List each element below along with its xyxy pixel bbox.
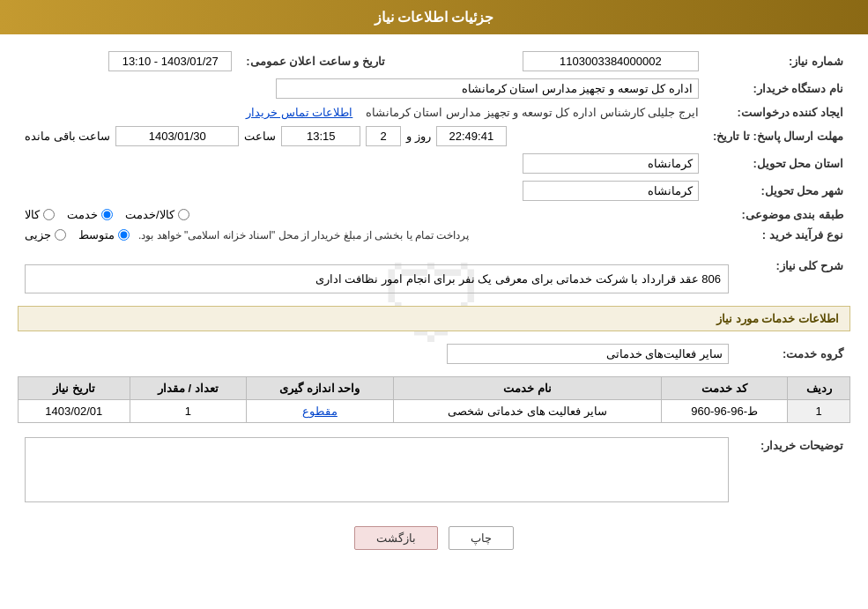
reply-time-label: ساعت [244, 130, 276, 143]
cell-service-code: ط-96-96-960 [662, 400, 788, 423]
services-section-header: اطلاعات خدمات مورد نیاز [18, 306, 850, 331]
services-table: ردیف کد خدمت نام خدمت واحد اندازه گیری ت… [18, 376, 850, 423]
announce-date-label: تاریخ و ساعت اعلان عمومی: [239, 48, 399, 75]
category-kala-khedmat-label: کالا/خدمت [125, 208, 174, 221]
need-description-box: 806 عقد قرارداد با شرکت خدماتی برای معرف… [25, 264, 729, 293]
delivery-city-value: کرمانشاه [523, 181, 699, 201]
reply-date-value: 1403/01/30 [115, 126, 239, 146]
delivery-province-value: کرمانشاه [523, 153, 699, 174]
category-khedmat-label: خدمت [67, 208, 98, 221]
category-kala-khedmat[interactable]: کالا/خدمت [125, 208, 189, 221]
purchase-type-label: نوع فرآیند خرید : [706, 225, 850, 245]
col-unit: واحد اندازه گیری [246, 377, 393, 400]
contact-info-link[interactable]: اطلاعات تماس خریدار [246, 106, 352, 119]
col-service-code: کد خدمت [662, 377, 788, 400]
back-button[interactable]: بازگشت [354, 526, 438, 550]
buyer-description-table: توضیحات خریدار: [18, 434, 850, 509]
purchase-type-radio-group: متوسط جزیی [25, 228, 130, 241]
need-number-value: 1103003384000002 [523, 51, 699, 71]
remaining-days: 2 [366, 126, 401, 146]
buyer-description-textarea[interactable] [25, 437, 729, 502]
category-label: طبقه بندی موضوعی: [706, 204, 850, 225]
purchase-type-note: پرداخت تمام یا بخشی از مبلغ خریدار از مح… [138, 229, 469, 241]
need-description-text: 806 عقد قرارداد با شرکت خدماتی برای معرف… [315, 272, 721, 286]
col-need-date: تاریخ نیاز [19, 377, 130, 400]
category-kala[interactable]: کالا [25, 208, 55, 221]
remaining-time: 22:49:41 [436, 126, 507, 146]
cell-need-date: 1403/02/01 [19, 400, 130, 423]
remaining-suffix: ساعت باقی مانده [25, 130, 110, 143]
category-kala-label: کالا [25, 208, 40, 221]
reply-deadline-label: مهلت ارسال پاسخ: تا تاریخ: [706, 123, 850, 150]
service-group-value: سایر فعالیت‌های خدماتی [447, 344, 729, 364]
col-quantity: تعداد / مقدار [130, 377, 246, 400]
need-description-label: شرح کلی نیاز: [736, 254, 850, 297]
category-radio-group: کالا/خدمت خدمت کالا [25, 208, 699, 221]
purchase-type-jozii[interactable]: جزیی [25, 228, 66, 241]
page-header: جزئیات اطلاعات نیاز [0, 0, 868, 34]
need-description-table: شرح کلی نیاز: 806 عقد قرارداد با شرکت خد… [18, 254, 850, 297]
delivery-city-label: شهر محل تحویل: [706, 177, 850, 204]
buyer-description-label: توضیحات خریدار: [736, 434, 850, 509]
col-service-name: نام خدمت [393, 377, 661, 400]
service-group-label: گروه خدمت: [736, 340, 850, 368]
cell-row-num: 1 [788, 400, 850, 423]
need-number-label: شماره نیاز: [706, 48, 850, 75]
requester-value: ایرج جلیلی کارشناس اداره کل توسعه و تجهی… [366, 106, 699, 119]
buttons-row: چاپ بازگشت [18, 526, 850, 568]
buyer-org-label: نام دستگاه خریدار: [706, 75, 850, 102]
print-button[interactable]: چاپ [449, 526, 514, 550]
requester-label: ایجاد کننده درخواست: [706, 102, 850, 123]
cell-service-name: سایر فعالیت های خدماتی شخصی [393, 400, 661, 423]
remaining-label: روز و [406, 130, 431, 143]
cell-quantity: 1 [130, 400, 246, 423]
purchase-type-jozii-label: جزیی [25, 228, 51, 241]
category-khedmat[interactable]: خدمت [67, 208, 113, 221]
page-title: جزئیات اطلاعات نیاز [375, 10, 494, 25]
delivery-province-label: استان محل تحویل: [706, 150, 850, 177]
info-table: شماره نیاز: 1103003384000002 تاریخ و ساع… [18, 48, 850, 245]
buyer-org-value: اداره کل توسعه و تجهیز مدارس استان کرمان… [276, 78, 699, 99]
services-section-title: اطلاعات خدمات مورد نیاز [716, 312, 839, 325]
purchase-type-motevaset-label: متوسط [78, 228, 115, 241]
table-row: 1 ط-96-96-960 سایر فعالیت های خدماتی شخص… [19, 400, 850, 423]
cell-unit: مقطوع [246, 400, 393, 423]
col-row-num: ردیف [788, 377, 850, 400]
reply-time-value: 13:15 [281, 126, 360, 146]
announce-date-value: 1403/01/27 - 13:10 [108, 51, 232, 71]
service-group-table: گروه خدمت: سایر فعالیت‌های خدماتی [18, 340, 850, 368]
purchase-type-motevaset[interactable]: متوسط [78, 228, 130, 241]
